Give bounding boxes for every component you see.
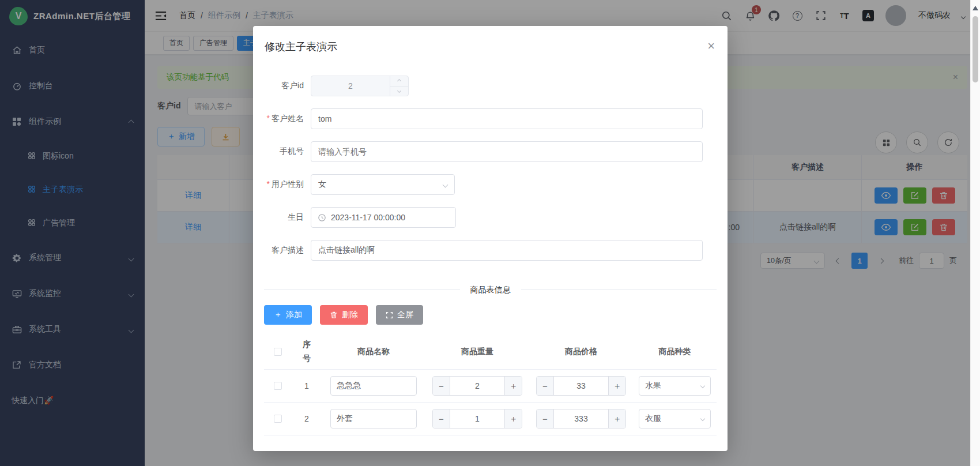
field-label: 客户描述 (253, 245, 311, 255)
dialog-title: 修改主子表演示 (265, 40, 716, 54)
product-table-header: 序号 商品名称 商品重量 商品价格 商品种类 (264, 334, 717, 370)
description-input[interactable] (311, 240, 703, 261)
weight-stepper: − 1 ＋ (432, 409, 522, 429)
child-fullscreen-button[interactable]: 全屏 (376, 305, 423, 325)
plus-icon[interactable]: ＋ (504, 409, 522, 428)
product-row: 2 − 1 ＋ − 333 ＋ 衣服 (264, 403, 717, 435)
product-type-select[interactable]: 水果 (639, 376, 711, 396)
minus-icon[interactable]: − (433, 377, 450, 395)
gender-select[interactable]: 女 (311, 174, 455, 195)
field-label: 生日 (253, 212, 311, 223)
minus-icon[interactable]: − (537, 409, 554, 428)
col-weight-header: 商品重量 (425, 347, 529, 357)
weight-value[interactable]: 1 (450, 409, 504, 428)
plus-icon[interactable]: ＋ (608, 377, 625, 395)
child-add-button[interactable]: ＋ 添加 (264, 305, 312, 325)
app-root: V ZRAdmin.NET后台管理 首页 控制台 组件示例 (0, 0, 980, 466)
product-row: 1 − 2 ＋ − 33 ＋ 水果 (264, 370, 717, 403)
row-checkbox[interactable] (274, 382, 282, 390)
row-checkbox[interactable] (274, 415, 282, 423)
minus-icon[interactable]: − (433, 409, 450, 428)
birthday-date-picker[interactable]: 2023-11-17 00:00:00 (311, 207, 456, 228)
form-row-description: 客户描述 (253, 240, 728, 261)
weight-stepper: − 2 ＋ (432, 376, 522, 396)
close-icon[interactable]: × (707, 40, 715, 52)
product-name-input[interactable] (330, 409, 417, 429)
trash-icon (330, 311, 338, 319)
edit-dialog: 修改主子表演示 × 客户id 2 *客户姓名 手机号 (253, 26, 728, 451)
plus-icon[interactable]: ＋ (504, 377, 522, 395)
customer-id-stepper: 2 (311, 76, 409, 96)
product-table: 序号 商品名称 商品重量 商品价格 商品种类 1 − 2 ＋ − 33 ＋ (264, 334, 717, 435)
field-label: *客户姓名 (253, 114, 311, 124)
price-value[interactable]: 333 (554, 409, 608, 428)
col-price-header: 商品价格 (529, 347, 633, 357)
form-row-customer-id: 客户id 2 (253, 76, 728, 96)
chevron-down-icon (700, 384, 705, 388)
child-delete-button[interactable]: 删除 (320, 305, 368, 325)
scrollbar-thumb[interactable] (973, 16, 978, 82)
form-row-customer-name: *客户姓名 (253, 108, 728, 129)
dialog-header: 修改主子表演示 × (253, 26, 728, 54)
price-value[interactable]: 33 (554, 377, 608, 395)
phone-input[interactable] (311, 141, 703, 162)
select-all-checkbox[interactable] (274, 348, 282, 356)
increase-icon[interactable] (390, 76, 408, 87)
product-name-input[interactable] (330, 376, 417, 396)
plus-icon: ＋ (274, 310, 282, 320)
chevron-down-icon (443, 182, 448, 187)
dialog-form: 客户id 2 *客户姓名 手机号 *用户性别 (253, 76, 728, 261)
browser-scrollbar[interactable] (970, 0, 980, 466)
weight-value[interactable]: 2 (450, 377, 504, 395)
child-table-toolbar: ＋ 添加 删除 全屏 (264, 305, 717, 325)
fullscreen-icon (386, 311, 393, 319)
form-row-birthday: 生日 2023-11-17 00:00:00 (253, 207, 728, 228)
field-label: 手机号 (253, 146, 311, 157)
customer-id-value: 2 (311, 76, 390, 96)
section-title: 商品表信息 (460, 285, 521, 295)
col-no-header: 序号 (302, 338, 311, 366)
required-asterisk: * (267, 179, 270, 189)
field-label: *用户性别 (253, 179, 311, 190)
required-asterisk: * (267, 114, 270, 123)
row-index: 2 (292, 414, 322, 423)
minus-icon[interactable]: − (537, 377, 554, 395)
customer-name-input[interactable] (311, 108, 703, 129)
form-row-gender: *用户性别 女 (253, 174, 728, 195)
scroll-up-arrow[interactable] (973, 6, 978, 10)
price-stepper: − 33 ＋ (536, 376, 626, 396)
decrease-icon[interactable] (390, 87, 408, 96)
row-index: 1 (292, 381, 322, 390)
clock-icon (318, 213, 326, 222)
col-name-header: 商品名称 (322, 347, 425, 357)
field-label: 客户id (253, 81, 311, 91)
plus-icon[interactable]: ＋ (608, 409, 625, 428)
chevron-down-icon (700, 416, 705, 421)
form-row-phone: 手机号 (253, 141, 728, 162)
product-type-select[interactable]: 衣服 (639, 409, 711, 429)
price-stepper: − 333 ＋ (536, 409, 626, 429)
col-type-header: 商品种类 (633, 347, 717, 357)
section-divider: 商品表信息 (264, 290, 717, 290)
